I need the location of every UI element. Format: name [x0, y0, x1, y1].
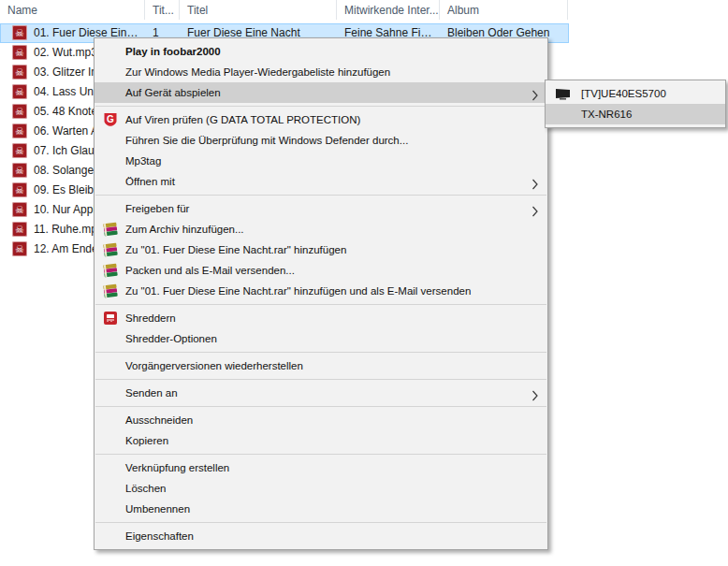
menu-item-shred[interactable]: Shreddern [95, 308, 547, 328]
menu-item-copy[interactable]: Kopieren [95, 430, 547, 451]
submenu-arrow-icon [531, 387, 539, 403]
menu-item-mp3tag[interactable]: Mp3tag [95, 151, 547, 171]
menu-separator [95, 406, 546, 407]
menu-item-add-to-rar-and-email[interactable]: Zu "01. Fuer Diese Eine Nacht.rar" hinzu… [95, 281, 547, 301]
column-header-name[interactable]: Name [0, 0, 145, 20]
menu-item-play-to-device[interactable]: Auf Gerät abspielen [95, 82, 547, 103]
winrar-books-icon [103, 263, 118, 278]
skull-album-art-icon: ☠ [12, 45, 27, 60]
menu-item-label: Auf Gerät abspielen [125, 87, 221, 98]
menu-item-label: Shreddern [125, 312, 176, 324]
column-header-album[interactable]: Album [440, 0, 568, 20]
menu-separator [95, 522, 546, 523]
context-menu: Play in foobar2000 Zur Windows Media Pla… [94, 37, 548, 550]
menu-item-label: Freigeben für [125, 203, 189, 214]
gdata-shield-icon: G [103, 112, 118, 127]
shredder-icon [103, 311, 118, 326]
skull-album-art-icon: ☠ [12, 241, 27, 256]
submenu-arrow-icon [531, 203, 539, 219]
skull-album-art-icon: ☠ [12, 104, 27, 119]
submenu-arrow-icon [531, 176, 539, 192]
menu-separator [95, 454, 546, 455]
menu-item-cut[interactable]: Ausschneiden [95, 410, 547, 430]
menu-item-label: Zu "01. Fuer Diese Eine Nacht.rar" hinzu… [125, 285, 471, 297]
submenu-item-tx-nr616[interactable]: TX-NR616 [546, 104, 725, 124]
submenu-item-label: TX-NR616 [581, 109, 632, 120]
menu-item-add-to-archive[interactable]: Zum Archiv hinzufügen... [95, 219, 547, 239]
skull-album-art-icon: ☠ [12, 123, 27, 138]
menu-item-label: Auf Viren prüfen (G DATA TOTAL PROTECTIO… [125, 114, 360, 125]
menu-item-gdata-virus-scan[interactable]: G Auf Viren prüfen (G DATA TOTAL PROTECT… [95, 109, 547, 130]
skull-album-art-icon: ☠ [12, 65, 27, 80]
menu-item-restore-previous-versions[interactable]: Vorgängerversionen wiederherstellen [95, 356, 547, 376]
skull-album-art-icon: ☠ [12, 163, 27, 178]
tv-icon [555, 87, 572, 100]
skull-album-art-icon: ☠ [12, 222, 27, 237]
menu-item-play-in-foobar2000[interactable]: Play in foobar2000 [95, 41, 547, 62]
submenu-arrow-icon [531, 87, 539, 103]
menu-item-delete[interactable]: Löschen [95, 478, 547, 499]
column-header-title[interactable]: Titel [180, 0, 337, 20]
menu-item-pack-and-email[interactable]: Packen und als E-Mail versenden... [95, 260, 547, 281]
menu-separator [95, 379, 546, 380]
menu-separator [95, 106, 546, 107]
skull-album-art-icon: ☠ [12, 182, 27, 197]
skull-album-art-icon: ☠ [12, 25, 27, 40]
play-to-device-submenu: [TV]UE40ES5700 TX-NR616 [545, 80, 726, 128]
menu-item-open-with[interactable]: Öffnen mit [95, 171, 547, 192]
submenu-item-label: [TV]UE40ES5700 [581, 88, 666, 99]
skull-album-art-icon: ☠ [12, 143, 27, 158]
menu-item-shredder-options[interactable]: Shredder-Optionen [95, 328, 547, 349]
menu-separator [95, 304, 546, 305]
menu-item-rename[interactable]: Umbenennen [95, 499, 547, 519]
menu-item-properties[interactable]: Eigenschaften [95, 526, 547, 546]
menu-item-label: Öffnen mit [125, 176, 175, 187]
menu-item-label: Zum Archiv hinzufügen... [125, 224, 244, 235]
svg-text:G: G [107, 114, 114, 124]
menu-separator [95, 195, 546, 196]
menu-item-label: Senden an [125, 387, 178, 399]
skull-album-art-icon: ☠ [12, 202, 27, 217]
menu-item-add-to-wmp-playlist[interactable]: Zur Windows Media Player-Wiedergabeliste… [95, 62, 547, 82]
winrar-books-icon [103, 242, 118, 257]
winrar-books-icon [103, 283, 118, 298]
menu-item-add-to-rar[interactable]: Zu "01. Fuer Diese Eine Nacht.rar" hinzu… [95, 239, 547, 260]
skull-album-art-icon: ☠ [12, 84, 27, 99]
file-list-header: Name Tit... Titel Mitwirkende Inter... A… [0, 0, 568, 20]
menu-item-create-shortcut[interactable]: Verknüpfung erstellen [95, 457, 547, 478]
column-header-track[interactable]: Tit... [145, 0, 180, 20]
submenu-item-tv-ue40es5700[interactable]: [TV]UE40ES5700 [546, 83, 725, 104]
winrar-books-icon [103, 222, 118, 237]
menu-item-defender-scan[interactable]: Führen Sie die Überprüfung mit Windows D… [95, 130, 547, 151]
menu-item-label: Packen und als E-Mail versenden... [125, 265, 295, 276]
menu-item-send-to[interactable]: Senden an [95, 383, 547, 403]
column-header-artist[interactable]: Mitwirkende Inter... [337, 0, 440, 20]
menu-separator [95, 352, 546, 353]
menu-item-share-with[interactable]: Freigeben für [95, 198, 547, 219]
menu-item-label: Zu "01. Fuer Diese Eine Nacht.rar" hinzu… [125, 244, 346, 255]
